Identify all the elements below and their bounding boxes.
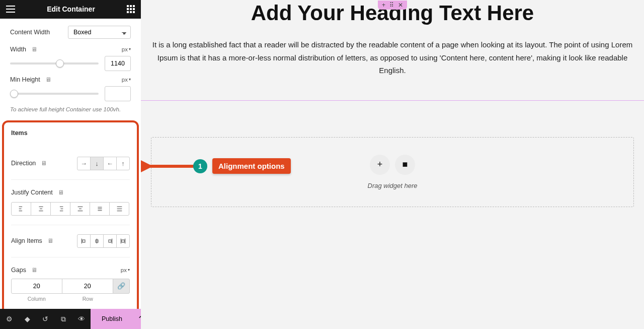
justify-center[interactable] <box>31 202 51 216</box>
align-items-label: Align Items🖥 <box>11 237 53 244</box>
justify-label: Justify Content🖥 <box>11 189 130 196</box>
responsive-icon[interactable]: 🖥 <box>47 237 53 244</box>
justify-space-between[interactable] <box>70 202 90 216</box>
content-width-select[interactable]: Boxed <box>68 26 131 39</box>
items-section-highlight: Items Direction🖥 → ↓ ← ↑ Justify Content… <box>2 120 139 309</box>
gap-row-label: Row <box>62 296 114 302</box>
panel-body: Content Width Boxed Width🖥 px▾ Min Heigh… <box>0 19 141 309</box>
selected-container[interactable]: + ⠿ ✕ Add Your Heading Text Here It is a… <box>141 1 644 101</box>
responsive-icon[interactable]: 🖥 <box>58 189 64 196</box>
drop-zone-label: Drag widget here <box>169 182 616 189</box>
preview-canvas: + ⠿ ✕ Add Your Heading Text Here It is a… <box>141 0 644 329</box>
width-unit[interactable]: px▾ <box>122 46 131 52</box>
settings-icon[interactable]: ⚙ <box>0 309 18 329</box>
direction-group: → ↓ ← ↑ <box>77 157 130 170</box>
gap-column-label: Column <box>11 296 62 302</box>
svg-rect-23 <box>109 240 111 242</box>
align-center[interactable] <box>90 234 104 248</box>
content-width-label: Content Width <box>10 29 50 36</box>
drop-zone[interactable]: + ■ Drag widget here <box>151 137 634 207</box>
gaps-label: Gaps🖥 <box>11 267 37 274</box>
close-icon[interactable]: ✕ <box>398 2 403 9</box>
justify-group <box>11 202 130 216</box>
justify-space-around[interactable] <box>90 202 110 216</box>
add-widget-button[interactable]: + <box>370 155 390 175</box>
direction-right[interactable]: → <box>77 157 91 170</box>
justify-start[interactable] <box>11 202 31 216</box>
align-items-group <box>77 234 130 248</box>
width-input[interactable] <box>105 56 131 71</box>
svg-rect-19 <box>83 240 85 242</box>
gap-column-input[interactable] <box>11 279 62 294</box>
gap-row-input[interactable] <box>62 279 113 294</box>
editor-sidebar: Edit Container Content Width Boxed Width… <box>0 0 141 309</box>
apps-icon[interactable] <box>127 5 135 13</box>
add-section-icon[interactable]: + <box>382 2 385 9</box>
bottom-bar: ⚙ ◆ ↺ ⧉ 👁 Publish ⌃ <box>0 309 141 329</box>
align-end[interactable] <box>103 234 117 248</box>
responsive-icon[interactable]: 🖥 <box>31 267 37 274</box>
navigator-icon[interactable]: ◆ <box>18 309 36 329</box>
align-start[interactable] <box>77 234 91 248</box>
width-slider[interactable] <box>10 62 99 64</box>
responsive-icon[interactable]: 🖥 <box>45 76 51 83</box>
container-handle: + ⠿ ✕ <box>378 1 407 10</box>
drag-handle-icon[interactable]: ⠿ <box>389 2 394 9</box>
width-label: Width🖥 <box>10 46 37 53</box>
responsive-icon[interactable]: 🖥 <box>41 160 47 167</box>
add-template-button[interactable]: ■ <box>395 155 415 175</box>
text-widget[interactable]: It is a long established fact that a rea… <box>151 38 634 77</box>
history-icon[interactable]: ↺ <box>36 309 54 329</box>
min-height-label: Min Height🖥 <box>10 76 51 83</box>
gaps-unit[interactable]: px▾ <box>121 267 130 273</box>
items-title: Items <box>11 129 130 137</box>
justify-end[interactable] <box>50 202 70 216</box>
min-height-input[interactable] <box>105 86 131 101</box>
panel-title: Edit Container <box>47 5 95 13</box>
direction-up[interactable]: ↑ <box>116 157 130 170</box>
min-height-unit[interactable]: px▾ <box>122 77 131 83</box>
preview-icon[interactable]: 👁 <box>72 309 91 329</box>
sidebar-header: Edit Container <box>0 0 141 19</box>
svg-rect-26 <box>122 240 124 242</box>
hamburger-icon[interactable] <box>6 6 15 13</box>
direction-down[interactable]: ↓ <box>90 157 104 170</box>
min-height-slider[interactable] <box>10 93 99 95</box>
justify-space-evenly[interactable] <box>109 202 129 216</box>
align-stretch[interactable] <box>116 234 130 248</box>
direction-left[interactable]: ← <box>103 157 117 170</box>
publish-button[interactable]: Publish <box>91 309 133 329</box>
responsive-mode-icon[interactable]: ⧉ <box>54 309 72 329</box>
direction-label: Direction🖥 <box>11 160 47 167</box>
responsive-icon[interactable]: 🖥 <box>31 46 37 53</box>
link-gaps-toggle[interactable]: 🔗 <box>113 279 130 294</box>
min-height-hint: To achieve full height Container use 100… <box>10 106 131 112</box>
